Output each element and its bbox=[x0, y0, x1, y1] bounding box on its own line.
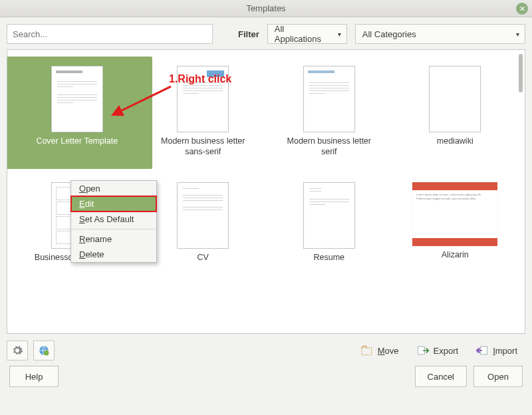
globe-icon bbox=[38, 345, 50, 356]
scrollbar-thumb[interactable] bbox=[519, 54, 523, 92]
window-title: Templates bbox=[246, 3, 285, 13]
menu-item-set-default[interactable]: Set As Default bbox=[71, 211, 156, 227]
titlebar: Templates ✕ bbox=[0, 0, 532, 17]
template-label: Alizarin bbox=[442, 250, 469, 261]
template-thumbnail: Lorem ipsum dolor sit amet, consectetur … bbox=[412, 182, 497, 246]
open-button[interactable]: Open bbox=[473, 366, 523, 387]
chevron-down-icon: ▾ bbox=[338, 31, 341, 38]
template-label: mediawiki bbox=[437, 136, 473, 147]
open-label: Open bbox=[487, 372, 509, 382]
template-thumbnail bbox=[429, 66, 481, 132]
menu-item-rename[interactable]: Rename bbox=[71, 231, 156, 247]
import-icon bbox=[475, 344, 489, 357]
menu-item-delete[interactable]: Delete bbox=[71, 247, 156, 262]
filter-categories-value: All Categories bbox=[362, 29, 416, 39]
search-input[interactable] bbox=[7, 24, 213, 44]
chevron-down-icon: ▾ bbox=[516, 31, 519, 38]
help-label: Help bbox=[25, 372, 43, 382]
template-thumbnail bbox=[303, 66, 355, 132]
template-item[interactable]: Lorem ipsum dolor sit amet, consectetur … bbox=[392, 182, 519, 263]
template-item[interactable]: CV bbox=[140, 182, 267, 263]
move-button[interactable]: Move bbox=[356, 341, 407, 360]
svg-rect-3 bbox=[361, 348, 371, 355]
templates-panel: Cover Letter Template Modern business le… bbox=[7, 49, 525, 334]
export-button[interactable]: Export bbox=[412, 341, 467, 360]
template-label: Resume bbox=[313, 253, 344, 263]
template-label: Cover Letter Template bbox=[36, 136, 118, 147]
filter-applications-dropdown[interactable]: All Applications ▾ bbox=[267, 24, 347, 44]
menu-item-edit[interactable]: Edit bbox=[71, 196, 156, 211]
cancel-button[interactable]: Cancel bbox=[415, 366, 467, 387]
template-label: Modern business letter serif bbox=[283, 136, 376, 157]
help-button[interactable]: Help bbox=[9, 366, 59, 387]
export-label: Export bbox=[434, 346, 459, 356]
template-thumbnail bbox=[303, 182, 355, 249]
menu-separator bbox=[71, 229, 156, 229]
context-menu: Open Edit Set As Default Rename Delete bbox=[70, 180, 157, 263]
cancel-label: Cancel bbox=[428, 372, 454, 382]
template-label: CV bbox=[198, 253, 209, 263]
svg-point-2 bbox=[44, 350, 49, 356]
move-label: Move bbox=[378, 346, 399, 356]
filter-applications-value: All Applications bbox=[275, 24, 328, 44]
menu-item-open[interactable]: Open bbox=[71, 181, 156, 196]
annotation-text: 1.Right click bbox=[169, 73, 231, 85]
toolbar: Filter All Applications ▾ All Categories… bbox=[0, 17, 532, 49]
action-bar: Move Export Import bbox=[0, 334, 532, 362]
template-item[interactable]: Modern business letter serif bbox=[266, 66, 392, 157]
dialog-buttons: Help Cancel Open bbox=[0, 362, 532, 394]
import-label: Import bbox=[493, 346, 517, 356]
settings-button[interactable] bbox=[7, 341, 28, 360]
filter-categories-dropdown[interactable]: All Categories ▾ bbox=[355, 24, 525, 44]
template-thumbnail bbox=[51, 66, 103, 132]
import-button[interactable]: Import bbox=[471, 341, 525, 360]
browse-online-button[interactable] bbox=[33, 341, 55, 360]
template-item[interactable]: Resume bbox=[266, 182, 392, 263]
close-icon[interactable]: ✕ bbox=[516, 3, 528, 15]
gear-icon bbox=[11, 345, 23, 356]
filter-label: Filter bbox=[238, 29, 259, 39]
template-item[interactable]: mediawiki bbox=[392, 66, 519, 157]
template-thumbnail bbox=[177, 182, 229, 249]
template-label: Modern business letter sans-serif bbox=[156, 136, 249, 157]
template-item[interactable]: Cover Letter Template bbox=[7, 57, 152, 169]
export-icon bbox=[416, 344, 430, 357]
folder-move-icon bbox=[360, 344, 374, 357]
